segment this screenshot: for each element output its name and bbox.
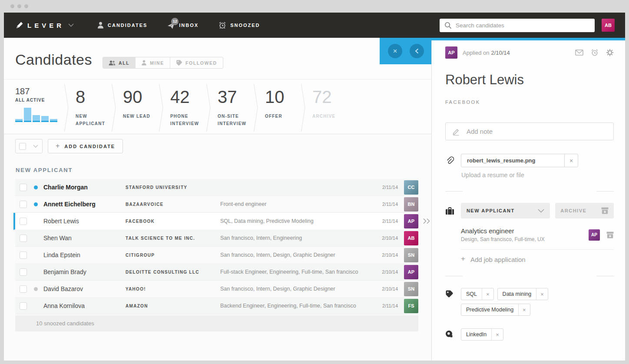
- add-note-input[interactable]: Add note: [445, 122, 614, 140]
- remove-tag-button[interactable]: ×: [491, 329, 503, 340]
- candidate-name: Annett Eichelberg: [43, 201, 126, 208]
- job-application[interactable]: Analytics engineer Design, San francisco…: [461, 227, 614, 242]
- candidates-table: Charlie Morgan STANFORD UNIVERSITY 2/11/…: [15, 179, 418, 314]
- candidate-date: 2/10/14: [377, 252, 398, 258]
- row-checkbox[interactable]: [20, 218, 27, 225]
- tag-label: LinkedIn: [461, 331, 491, 338]
- candidate-details: San francisco, Intern, Design, Graphic D…: [220, 250, 377, 260]
- nav-candidates[interactable]: CANDIDATES: [97, 22, 147, 29]
- stat-stage[interactable]: 10 OFFER: [258, 86, 301, 134]
- tab-all[interactable]: ALL: [103, 57, 135, 68]
- window-dot[interactable]: [24, 4, 28, 8]
- inbox-count-badge: 12: [171, 18, 179, 25]
- select-all-dropdown[interactable]: [15, 139, 43, 153]
- job-stage-badge: AP: [589, 229, 600, 241]
- row-checkbox[interactable]: [20, 302, 27, 310]
- snoozed-footer[interactable]: 10 snoozed candidates: [15, 315, 418, 331]
- row-checkbox[interactable]: [20, 184, 27, 191]
- user-avatar[interactable]: AB: [602, 19, 615, 32]
- nav-snoozed[interactable]: SNOOZED: [218, 21, 260, 29]
- table-row[interactable]: Linda Epstein CITIGROUP San francisco, I…: [15, 247, 418, 264]
- table-row[interactable]: Benjamin Brady DELOITTE CONSULTING LLC F…: [15, 264, 418, 281]
- close-panel-button[interactable]: ×: [388, 44, 402, 58]
- window-dot[interactable]: [17, 4, 21, 8]
- remove-tag-button[interactable]: ×: [518, 304, 530, 315]
- row-checkbox[interactable]: [20, 285, 27, 293]
- stage-badge: AB: [404, 231, 418, 245]
- remove-tag-button[interactable]: ×: [482, 288, 493, 300]
- candidate-detail-panel: AP Applied on2/10/14 Robert Lewis: [431, 40, 625, 361]
- attachment-chip[interactable]: robert_lewis_resume.png ×: [461, 154, 578, 167]
- brand-name: LEVER: [27, 22, 64, 29]
- window-dot[interactable]: [10, 4, 14, 8]
- row-checkbox[interactable]: [20, 201, 27, 208]
- tab-mine[interactable]: MINE: [135, 57, 170, 68]
- row-checkbox[interactable]: [20, 235, 27, 242]
- mini-bar: [50, 119, 57, 122]
- candidate-details: [220, 186, 377, 189]
- stage-separator: [253, 84, 258, 132]
- stat-stage[interactable]: 42 PHONE INTERVIEW: [164, 86, 206, 134]
- people-icon: [109, 60, 116, 66]
- stat-all-active[interactable]: 187 ALL ACTIVE: [15, 86, 64, 134]
- expand-chevrons-icon[interactable]: [423, 218, 430, 224]
- row-checkbox[interactable]: [20, 251, 27, 259]
- select-all-checkbox[interactable]: [19, 143, 26, 150]
- archive-button[interactable]: ARCHIVE: [555, 203, 614, 218]
- remove-attachment-button[interactable]: ×: [564, 154, 578, 167]
- nav-inbox[interactable]: 12 INBOX: [167, 22, 199, 29]
- divider: [596, 191, 614, 192]
- unread-dot: [34, 185, 38, 189]
- table-row[interactable]: David Bazarov YAHOO! San francisco, Inte…: [15, 281, 418, 298]
- tags-section: SQL × Data mining × Predictive Modeling …: [445, 288, 614, 316]
- tab-followed[interactable]: FOLLOWED: [170, 57, 223, 68]
- add-candidate-button[interactable]: + ADD CANDIDATE: [48, 139, 123, 153]
- note-placeholder: Add note: [467, 128, 493, 135]
- tag-label: Data mining: [498, 291, 536, 297]
- search-box: [440, 19, 595, 32]
- mini-bar: [41, 116, 49, 122]
- stage-dropdown[interactable]: NEW APPLICANT: [461, 203, 550, 218]
- mini-bar: [24, 108, 31, 122]
- unread-dot: [34, 304, 38, 308]
- window-frame: LEVER CANDIDATES 12 INBOX: [0, 0, 629, 364]
- remove-tag-button[interactable]: ×: [536, 288, 548, 300]
- attachment-filename: robert_lewis_resume.png: [461, 157, 564, 164]
- job-meta: Design, San francisco, Full-time, UX: [461, 236, 545, 242]
- panel-collapse-controls: ×: [380, 38, 431, 64]
- stat-stage[interactable]: 90 NEW LEAD: [116, 86, 159, 134]
- table-row[interactable]: Robert Lewis FACEBOOK SQL, Data mining, …: [13, 213, 418, 230]
- search-input[interactable]: [456, 22, 590, 29]
- snooze-alarm-icon[interactable]: [591, 49, 599, 56]
- table-row[interactable]: Charlie Morgan STANFORD UNIVERSITY 2/11/…: [15, 179, 418, 196]
- stat-stage[interactable]: 72 ARCHIVE: [306, 86, 348, 134]
- stage-badge: CC: [404, 180, 418, 195]
- email-icon[interactable]: [575, 50, 583, 56]
- table-row[interactable]: Annett Eichelberg BAZAARVOICE Front-end …: [15, 196, 418, 213]
- stage-badge: SN: [404, 282, 418, 296]
- lever-logo[interactable]: LEVER: [15, 21, 74, 30]
- tag-pill: Predictive Modeling ×: [461, 304, 530, 316]
- table-row[interactable]: Shen Wan TALK SCIENCE TO ME INC. San fra…: [15, 230, 418, 247]
- briefcase-icon: [445, 207, 461, 215]
- candidate-details: Full-stack Engineer, Engineering, Full-t…: [220, 267, 377, 277]
- stage-label: NEW APPLICANT: [76, 113, 111, 127]
- add-job-application-button[interactable]: + Add job application: [461, 255, 614, 263]
- unread-dot: [34, 253, 38, 257]
- stage-label: ON-SITE INTERVIEW: [218, 113, 253, 127]
- nav-label: INBOX: [179, 23, 199, 28]
- candidate-company: AMAZON: [126, 304, 220, 308]
- upload-hint[interactable]: Upload a resume or file: [461, 172, 614, 179]
- stat-stage[interactable]: 37 ON-SITE INTERVIEW: [211, 86, 253, 134]
- archive-box-icon[interactable]: [606, 232, 614, 238]
- candidate-details: Backend Engineer, Engineering, Full-time…: [220, 301, 377, 311]
- gear-icon[interactable]: [606, 49, 614, 56]
- row-checkbox[interactable]: [20, 268, 27, 276]
- stage-separator: [206, 84, 211, 132]
- pencil-logo-icon: [15, 21, 23, 30]
- collapse-panel-button[interactable]: [410, 44, 424, 58]
- search-icon: [444, 22, 452, 29]
- stat-stage[interactable]: 8 NEW APPLICANT: [69, 86, 111, 134]
- candidate-company: YAHOO!: [126, 287, 220, 291]
- table-row[interactable]: Anna Kornilova AMAZON Backend Engineer, …: [15, 298, 418, 314]
